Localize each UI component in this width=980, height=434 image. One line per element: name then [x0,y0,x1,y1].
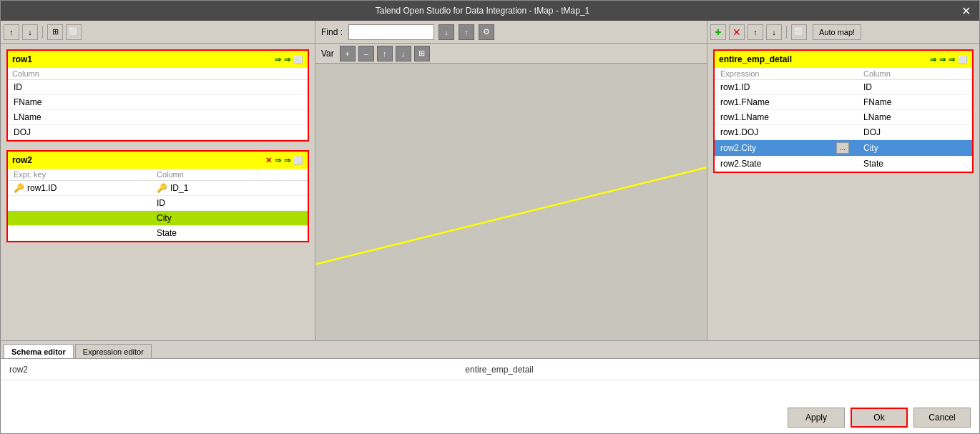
middle-var-bar: Var + – ↑ ↓ ⊞ [315,44,707,64]
col-cell: State [858,157,972,171]
col-cell: LName [858,110,972,124]
entire-emp-detail-header: entire_emp_detail ⇒ ⇒ ⇒ ⬜ [715,51,972,68]
right-down-btn[interactable]: ↓ [766,24,782,40]
automap-button[interactable]: Auto map! [813,24,861,40]
expr-cell: row2.State [715,157,858,171]
row2-icon-error: ✕ [265,156,272,165]
find-up-btn[interactable]: ↑ [459,24,474,40]
table-row-city[interactable]: City [8,211,308,226]
expr-cell: row1.FName [715,95,858,109]
window-title: Talend Open Studio for Data Integration … [6,6,959,16]
bottom-editor-row: row2 entire_emp_detail [1,359,979,380]
toolbar-separator-1 [42,26,43,39]
left-toolbar: ↑ ↓ ⊞ ⬜ [1,21,315,44]
row2-column-header: Column [151,169,308,180]
row1-col-header: Column [8,68,308,80]
find-down-btn[interactable]: ↓ [438,24,454,40]
table-row-city-selected[interactable]: row2.City ... City [715,140,972,157]
apply-button[interactable]: Apply [788,408,845,428]
table-row[interactable]: row1.DOJ DOJ [715,125,972,140]
table-row[interactable]: FName [8,95,308,110]
table-row[interactable]: 🔑 row1.ID 🔑 ID_1 [8,181,308,196]
eed-icon-2: ⇒ [939,55,946,64]
var-up-btn[interactable]: ↑ [377,46,393,61]
expr-cell: row2.City ... [715,140,858,156]
right-panel: + ✕ ↑ ↓ ⬜ Auto map! entire_emp_detail ⇒ … [707,21,979,340]
table-row[interactable]: ID [8,196,308,211]
expr-dots-button[interactable]: ... [836,142,849,154]
table-row[interactable]: row2.State State [715,157,972,172]
row2-title: row2 [12,155,32,165]
entire-emp-detail-col-headers: Expression Column [715,68,972,80]
row2-icon-3: ⬜ [293,156,303,165]
left-grid-button[interactable]: ⊞ [47,24,63,40]
right-add-btn[interactable]: + [710,24,726,40]
table-row[interactable]: row1.ID ID [715,80,972,95]
col-value: ID_1 [170,183,188,193]
row2-col-cell: 🔑 ID_1 [151,181,308,195]
left-monitor-button[interactable]: ⬜ [66,24,82,40]
tab-schema-editor[interactable]: Schema editor [4,344,74,358]
middle-panel: Find : ↓ ↑ ⚙ Var + – ↑ ↓ ⊞ [315,21,707,340]
row2-icon-1: ⇒ [275,156,281,165]
col-value: City [157,213,172,223]
key-icon-2: 🔑 [157,183,167,193]
right-remove-btn[interactable]: ✕ [729,24,745,40]
right-toolbar: + ✕ ↑ ↓ ⬜ Auto map! [707,21,979,44]
ok-button[interactable]: Ok [851,408,908,428]
row2-icon-2: ⇒ [284,156,290,165]
col-value: ID [157,198,165,208]
col-cell: DOJ [858,125,972,139]
var-label: Var [321,49,334,59]
left-down-button[interactable]: ↓ [22,24,38,40]
main-window: Talend Open Studio for Data Integration … [0,0,980,434]
row2-col-cell: City [151,211,308,225]
left-panel: ↑ ↓ ⊞ ⬜ row1 ⇒ ⇒ ⬜ Col [1,21,315,340]
entire-emp-detail-table: entire_emp_detail ⇒ ⇒ ⇒ ⬜ Expression Col… [713,49,974,173]
row2-expr-cell: 🔑 row1.ID [8,181,151,195]
table-row[interactable]: State [8,226,308,241]
table-row[interactable]: LName [8,110,308,125]
right-separator [786,26,787,39]
row2-header-icons: ✕ ⇒ ⇒ ⬜ [265,156,303,165]
middle-toolbar: Find : ↓ ↑ ⚙ [315,21,707,44]
table-row[interactable]: DOJ [8,125,308,140]
close-button[interactable]: ✕ [959,4,974,18]
right-monitor-btn[interactable]: ⬜ [791,24,807,40]
entire-emp-detail-title: entire_emp_detail [719,54,792,64]
right-up-btn[interactable]: ↑ [748,24,763,40]
table-row[interactable]: ID [8,80,308,95]
table-row[interactable]: row1.LName LName [715,110,972,125]
main-content: ↑ ↓ ⊞ ⬜ row1 ⇒ ⇒ ⬜ Col [1,21,979,340]
col-cell: FName [858,95,972,109]
table-row[interactable]: row1.FName FName [715,95,972,110]
entire-emp-detail-header-icons: ⇒ ⇒ ⇒ ⬜ [930,55,968,64]
col-cell: ID [858,80,972,94]
var-grid-btn[interactable]: ⊞ [414,46,430,61]
row1-header: row1 ⇒ ⇒ ⬜ [8,51,308,68]
row1-table: row1 ⇒ ⇒ ⬜ Column ID FName LName DOJ [6,49,309,142]
eed-icon-4: ⬜ [958,55,968,64]
cancel-button[interactable]: Cancel [913,408,971,428]
expr-cell: row1.ID [715,80,858,94]
find-label: Find : [321,27,343,37]
eed-icon-1: ⇒ [930,55,936,64]
bottom-left-label: row2 [9,365,28,375]
tab-expression-editor[interactable]: Expression editor [75,344,152,358]
row2-expr-key-header: Expr. key [8,169,151,180]
right-tables-area: entire_emp_detail ⇒ ⇒ ⇒ ⬜ Expression Col… [707,44,979,340]
bottom-content: row2 entire_emp_detail Apply Ok Cancel [1,358,979,433]
find-options-btn[interactable]: ⚙ [479,24,494,40]
var-add-btn[interactable]: + [340,46,356,61]
title-bar: Talend Open Studio for Data Integration … [1,1,979,21]
bottom-tabs: Schema editor Expression editor [1,341,979,358]
find-input[interactable] [348,24,434,40]
col-value: State [157,228,177,238]
row2-expr-cell [8,226,151,240]
expr-cell: row1.DOJ [715,125,858,139]
var-remove-btn[interactable]: – [358,46,374,61]
var-down-btn[interactable]: ↓ [396,46,411,61]
row1-icon-2: ⇒ [284,55,290,64]
row2-header: row2 ✕ ⇒ ⇒ ⬜ [8,152,308,169]
left-up-button[interactable]: ↑ [4,24,19,40]
